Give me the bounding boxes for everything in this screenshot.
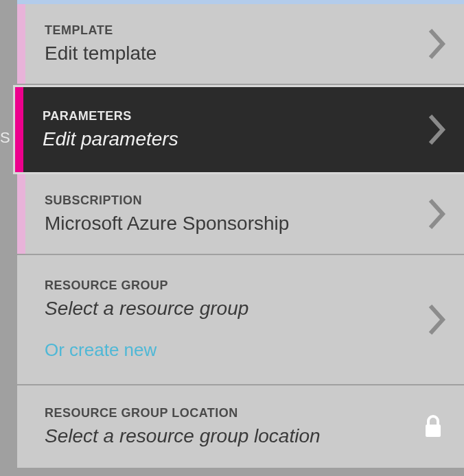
- subscription-label: SUBSCRIPTION: [45, 193, 409, 208]
- chevron-right-icon: [423, 87, 464, 172]
- subscription-item[interactable]: SUBSCRIPTION Microsoft Azure Sponsorship: [17, 174, 464, 255]
- template-label: TEMPLATE: [45, 23, 409, 38]
- chevron-right-icon: [423, 255, 464, 384]
- resource-group-value: Select a resource group: [45, 297, 409, 320]
- accent-bar: [15, 87, 23, 172]
- template-item[interactable]: TEMPLATE Edit template: [17, 4, 464, 85]
- accent-bar: [17, 174, 25, 254]
- parameters-value: Edit parameters: [43, 128, 409, 151]
- chevron-right-icon: [423, 4, 464, 84]
- resource-group-item[interactable]: RESOURCE GROUP Select a resource group O…: [17, 255, 464, 385]
- accent-bar: [17, 385, 25, 468]
- item-content: PARAMETERS Edit parameters: [23, 87, 423, 172]
- location-label: RESOURCE GROUP LOCATION: [45, 406, 402, 420]
- deployment-panel: TEMPLATE Edit template PARAMETERS Edit p…: [17, 4, 464, 468]
- item-content: TEMPLATE Edit template: [25, 4, 423, 84]
- svg-rect-0: [426, 425, 441, 437]
- item-content: RESOURCE GROUP LOCATION Select a resourc…: [25, 385, 416, 468]
- location-value: Select a resource group location: [45, 425, 402, 448]
- item-content: SUBSCRIPTION Microsoft Azure Sponsorship: [25, 174, 423, 254]
- subscription-value: Microsoft Azure Sponsorship: [45, 212, 409, 235]
- location-item[interactable]: RESOURCE GROUP LOCATION Select a resourc…: [17, 385, 464, 468]
- lock-icon: [416, 385, 464, 468]
- left-cutoff-text: S: [0, 129, 10, 147]
- accent-bar: [17, 4, 25, 84]
- item-content: RESOURCE GROUP Select a resource group O…: [25, 255, 423, 384]
- parameters-item[interactable]: PARAMETERS Edit parameters: [13, 85, 464, 174]
- create-new-link[interactable]: Or create new: [45, 340, 409, 361]
- parameters-label: PARAMETERS: [43, 109, 409, 123]
- chevron-right-icon: [423, 174, 464, 254]
- accent-bar: [17, 255, 25, 384]
- template-value: Edit template: [45, 42, 409, 65]
- resource-group-label: RESOURCE GROUP: [45, 278, 409, 293]
